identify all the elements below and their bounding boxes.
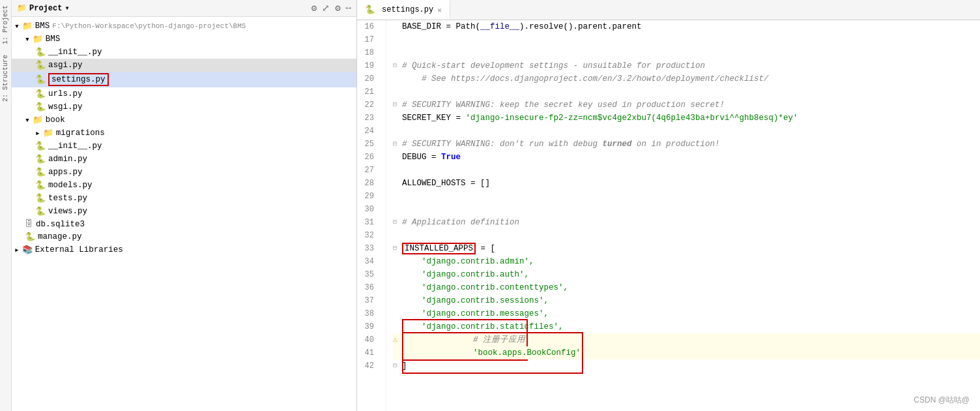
code-line-21 (393, 85, 980, 99)
line-42: 42 (357, 359, 379, 373)
code-line-19: ⊟ # Quick-start development settings - u… (393, 59, 980, 72)
app-sessions: 'django.contrib.sessions', (402, 294, 549, 307)
tree-label-bms: BMS (46, 35, 61, 44)
watermark: CSDN @咕咕@ (914, 395, 970, 406)
comment-22: # SECURITY WARNING: keep the secret key … (402, 99, 725, 112)
tree-label-apps: apps.py (48, 168, 83, 177)
debug-var: DEBUG = (402, 151, 441, 164)
tree-label-tests: tests.py (48, 194, 87, 203)
tree-item-migrations[interactable]: ▸ 📁 migrations (12, 127, 356, 140)
code-line-27 (393, 164, 980, 177)
code-content[interactable]: BASE_DIR = Path(__file__).resolve().pare… (386, 20, 980, 411)
code-area[interactable]: 16 17 18 19 20 21 22 23 24 25 26 27 28 2… (357, 20, 980, 411)
close-panel-icon[interactable]: ↔ (346, 3, 351, 14)
tree-label-db: db.sqlite3 (36, 220, 85, 229)
dropdown-arrow: ▾ (65, 3, 69, 13)
line-40: 40 (357, 333, 379, 346)
tree-item-tests[interactable]: 🐍 tests.py (12, 192, 356, 205)
folder-icon3: 📁 (33, 115, 43, 125)
tree-item-manage[interactable]: 🐍 manage.py (12, 230, 356, 243)
tree-item-db[interactable]: 🗄 db.sqlite3 (12, 218, 356, 230)
line-20: 20 (357, 72, 379, 85)
tree-item-urls[interactable]: 🐍 urls.py (12, 87, 356, 100)
code-editor: 🐍 settings.py ✕ 16 17 18 19 20 21 22 23 … (357, 0, 980, 411)
line-35: 35 (357, 268, 379, 281)
warning-icon: ⚠ (393, 333, 402, 346)
py-icon-admin: 🐍 (35, 154, 46, 164)
tree-item-book[interactable]: ▾ 📁 book (12, 114, 356, 127)
tree-item-settings[interactable]: 🐍 settings.py (12, 72, 356, 87)
fold-31: ⊟ (393, 216, 402, 229)
app-admin: 'django.contrib.admin', (402, 255, 534, 268)
tree-label-bms-root: BMS (35, 22, 50, 31)
line-28: 28 (357, 177, 379, 190)
app-auth: 'django.contrib.auth', (402, 268, 529, 281)
line-36: 36 (357, 281, 379, 294)
tree-item-apps[interactable]: 🐍 apps.py (12, 166, 356, 179)
line-25: 25 (357, 138, 379, 151)
tab-label: settings.py (382, 5, 433, 14)
tree-item-asgi[interactable]: 🐍 asgi.py (12, 59, 356, 72)
line-18: 18 (357, 46, 379, 59)
fold-22: ⊟ (393, 99, 402, 112)
project-dropdown[interactable]: 📁 Project ▾ (17, 3, 70, 13)
db-icon: 🗄 (25, 219, 33, 229)
secret-key-var: SECRET_KEY = (402, 112, 466, 125)
expand-icon3: ▸ (14, 245, 20, 255)
project-tab[interactable]: 1: Project (1, 0, 10, 50)
line-29: 29 (357, 190, 379, 203)
file-tree: ▾ 📁 BMS F:\Python-Workspace\python-djang… (12, 17, 356, 411)
tree-label-settings: settings.py (48, 73, 109, 86)
debug-val: True (441, 151, 461, 164)
tree-item-external[interactable]: ▸ 📚 External Libraries (12, 243, 356, 256)
collapse-icon3: ▾ (25, 115, 30, 125)
vertical-sidebar: 1: Project 2: Structure (0, 0, 12, 411)
header-icons: ⚙ ⤢ ⚙ ↔ (311, 3, 351, 14)
py-icon-views: 🐍 (35, 206, 46, 217)
comment-20: # See https://docs.djangoproject.com/en/… (402, 72, 769, 85)
tree-item-init1[interactable]: 🐍 __init__.py (12, 46, 356, 59)
tree-item-bms-root[interactable]: ▾ 📁 BMS F:\Python-Workspace\python-djang… (12, 20, 356, 33)
py-icon-models: 🐍 (35, 180, 46, 190)
tree-label-init2: __init__.py (48, 142, 102, 151)
line-22: 22 (357, 99, 379, 112)
code-line-30 (393, 203, 980, 216)
tree-item-wsgi[interactable]: 🐍 wsgi.py (12, 100, 356, 114)
tree-label-wsgi: wsgi.py (48, 102, 83, 112)
tree-label-manage: manage.py (38, 232, 82, 241)
gear-icon[interactable]: ⚙ (311, 3, 317, 14)
line-38: 38 (357, 307, 379, 320)
py-icon-tests: 🐍 (35, 193, 46, 204)
folder-icon: 📁 (22, 21, 33, 31)
code-line-34: 'django.contrib.admin', (393, 255, 980, 268)
settings-icon[interactable]: ⚙ (335, 3, 340, 14)
line-17: 17 (357, 33, 379, 46)
tree-item-models[interactable]: 🐍 models.py (12, 179, 356, 192)
py-icon: 🐍 (35, 47, 46, 57)
code-line-22: ⊟ # SECURITY WARNING: keep the secret ke… (393, 99, 980, 112)
code-line-41: 'book.apps.BookConfig' (393, 346, 980, 359)
tree-path: F:\Python-Workspace\python-django-projec… (52, 22, 246, 30)
tree-item-views[interactable]: 🐍 views.py (12, 205, 356, 218)
tree-label-asgi: asgi.py (48, 61, 83, 70)
tree-item-admin[interactable]: 🐍 admin.py (12, 153, 356, 166)
line-27: 27 (357, 164, 379, 177)
fold-25: ⊟ (393, 138, 402, 151)
code-line-18 (393, 46, 980, 59)
code-line-17 (393, 33, 980, 46)
tab-settings[interactable]: 🐍 settings.py ✕ (357, 0, 450, 20)
line-33: 33 (357, 242, 379, 255)
tab-close-icon[interactable]: ✕ (437, 6, 442, 14)
secret-key-val: 'django-insecure-fp2-zz=ncm$vc4ge2xbu7(4… (466, 112, 798, 125)
tree-item-bms-inner[interactable]: ▾ 📁 BMS (12, 33, 356, 46)
code-line-23: SECRET_KEY = 'django-insecure-fp2-zz=ncm… (393, 112, 980, 125)
line-39: 39 (357, 320, 379, 333)
expand-icon[interactable]: ⤢ (322, 3, 330, 14)
tree-item-init2[interactable]: 🐍 __init__.py (12, 140, 356, 153)
line-16: 16 (357, 20, 379, 33)
panel-header: 📁 Project ▾ ⚙ ⤢ ⚙ ↔ (12, 0, 356, 17)
line-41: 41 (357, 346, 379, 359)
code-text: BASE_DIR = Path(__file__).resolve().pare… (402, 20, 642, 33)
py-icon-asgi: 🐍 (35, 60, 46, 70)
structure-tab[interactable]: 2: Structure (1, 50, 10, 107)
